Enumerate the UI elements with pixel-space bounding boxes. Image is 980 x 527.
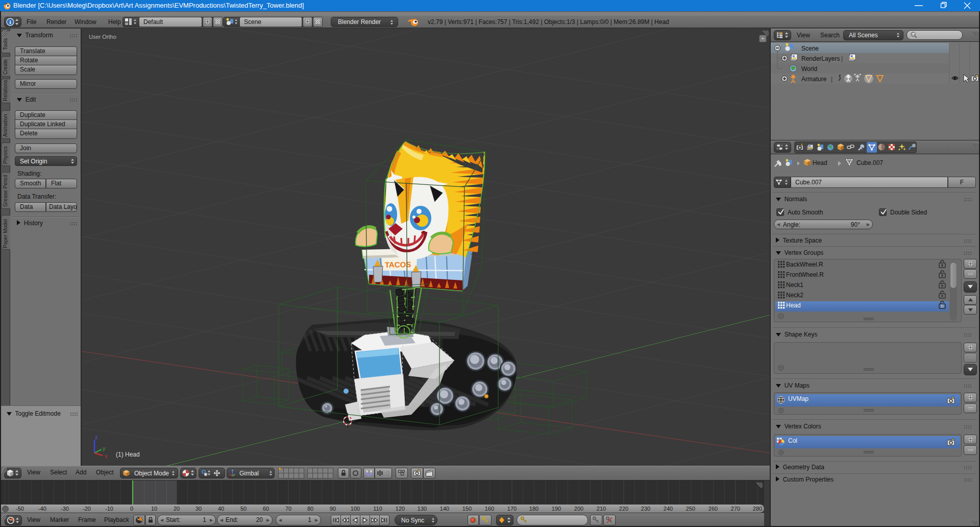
svg-text:i: i (9, 19, 11, 25)
svg-text:z: z (95, 434, 98, 440)
svg-text:Armature: Armature (801, 76, 827, 83)
svg-text:|: | (831, 76, 832, 83)
svg-text:RenderLayers: RenderLayers (801, 55, 840, 62)
svg-text:World: World (801, 65, 817, 73)
svg-text:y: y (103, 445, 106, 451)
svg-text:Scene: Scene (801, 45, 819, 52)
svg-text:x: x (105, 453, 108, 459)
svg-text:|: | (841, 55, 843, 62)
